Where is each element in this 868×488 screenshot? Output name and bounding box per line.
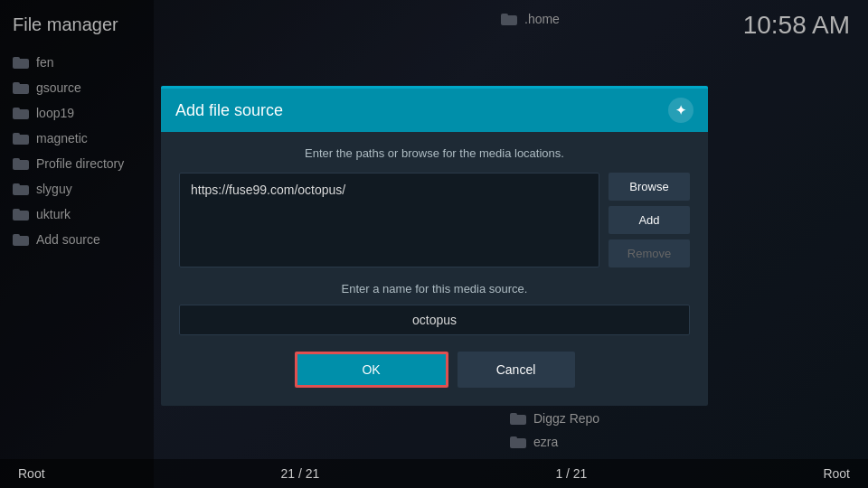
kodi-icon-symbol: ✦ xyxy=(675,103,686,117)
source-buttons: Browse Add Remove xyxy=(609,173,690,267)
remove-button[interactable]: Remove xyxy=(609,239,690,267)
cancel-button[interactable]: Cancel xyxy=(458,352,575,388)
dialog-header: Add file source ✦ xyxy=(161,89,708,132)
status-center-left: 21 / 21 xyxy=(281,466,320,481)
source-input-box[interactable]: https://fuse99.com/octopus/ xyxy=(179,173,599,267)
name-instruction: Enter a name for this media source. xyxy=(179,282,690,296)
status-bar: Root 21 / 21 1 / 21 Root xyxy=(0,459,868,488)
kodi-icon: ✦ xyxy=(668,98,693,123)
dialog-footer: OK Cancel xyxy=(179,352,690,391)
ok-button[interactable]: OK xyxy=(295,352,448,388)
source-area: https://fuse99.com/octopus/ Browse Add R… xyxy=(179,173,690,267)
dialog-title: Add file source xyxy=(175,101,283,120)
dialog-instruction: Enter the paths or browse for the media … xyxy=(179,146,690,160)
source-url: https://fuse99.com/octopus/ xyxy=(191,183,588,197)
status-center-right: 1 / 21 xyxy=(555,466,587,481)
add-button[interactable]: Add xyxy=(609,206,690,234)
add-file-source-dialog: Add file source ✦ Enter the paths or bro… xyxy=(161,86,708,406)
browse-button[interactable]: Browse xyxy=(609,173,690,201)
status-right: Root xyxy=(823,466,850,481)
name-input[interactable] xyxy=(179,305,690,335)
dialog-body: Enter the paths or browse for the media … xyxy=(161,132,708,406)
status-left: Root xyxy=(18,466,45,481)
